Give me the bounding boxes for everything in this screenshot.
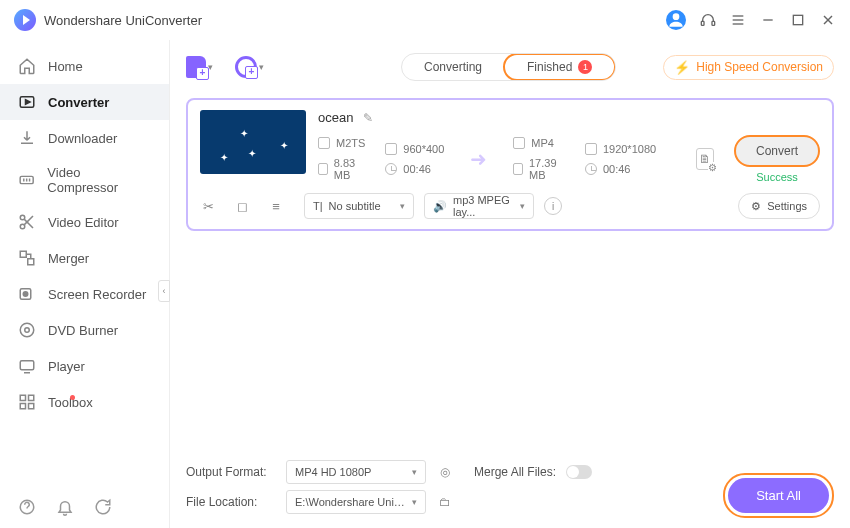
sidebar-item-toolbox[interactable]: Toolbox xyxy=(0,384,169,420)
sidebar-item-player[interactable]: Player xyxy=(0,348,169,384)
gear-icon: ⚙ xyxy=(751,200,761,213)
menu-icon[interactable] xyxy=(730,12,746,28)
svg-rect-18 xyxy=(28,259,34,265)
convert-button[interactable]: Convert xyxy=(734,135,820,167)
disc-icon xyxy=(18,321,36,339)
start-all-button[interactable]: Start All xyxy=(728,478,829,513)
svg-rect-23 xyxy=(20,361,34,370)
output-preset-button[interactable]: 🗎 xyxy=(696,148,714,170)
high-speed-button[interactable]: ⚡High Speed Conversion xyxy=(663,55,834,80)
edit-icon[interactable]: ✎ xyxy=(363,111,373,125)
high-speed-label: High Speed Conversion xyxy=(696,60,823,74)
info-icon[interactable]: i xyxy=(544,197,562,215)
output-format-dropdown[interactable]: MP4 HD 1080P▾ xyxy=(286,460,426,484)
help-icon[interactable] xyxy=(18,498,36,516)
sidebar-item-label: Downloader xyxy=(48,131,117,146)
disc-plus-icon xyxy=(235,56,257,78)
sidebar-item-dvd[interactable]: DVD Burner xyxy=(0,312,169,348)
headset-icon[interactable] xyxy=(700,12,716,28)
toolbar: ▾ ▾ Converting Finished1 ⚡High Speed Con… xyxy=(186,50,834,84)
sidebar-item-compressor[interactable]: Video Compressor xyxy=(0,156,169,204)
tab-label: Converting xyxy=(424,60,482,74)
file-location-dropdown[interactable]: E:\Wondershare UniConverter▾ xyxy=(286,490,426,514)
svg-rect-17 xyxy=(20,251,26,257)
notification-dot xyxy=(70,395,75,400)
open-folder-icon[interactable]: 🗀 xyxy=(436,493,454,511)
sidebar-item-label: Home xyxy=(48,59,83,74)
svg-rect-27 xyxy=(29,404,34,409)
tab-finished[interactable]: Finished1 xyxy=(503,53,616,81)
svg-rect-24 xyxy=(20,395,25,400)
sidebar: Home Converter Downloader Video Compress… xyxy=(0,40,170,528)
sidebar-item-label: DVD Burner xyxy=(48,323,118,338)
sidebar-item-converter[interactable]: Converter xyxy=(0,84,169,120)
minimize-icon[interactable] xyxy=(760,12,776,28)
src-dur: 00:46 xyxy=(403,163,431,175)
main-panel: ▾ ▾ Converting Finished1 ⚡High Speed Con… xyxy=(170,40,850,528)
output-format-label: Output Format: xyxy=(186,465,276,479)
sidebar-item-label: Video Editor xyxy=(48,215,119,230)
subtitle-dropdown[interactable]: T|No subtitle▾ xyxy=(304,193,414,219)
bell-icon[interactable] xyxy=(56,498,74,516)
sidebar-item-home[interactable]: Home xyxy=(0,48,169,84)
user-avatar-icon[interactable] xyxy=(666,10,686,30)
svg-rect-2 xyxy=(712,21,715,25)
settings-button[interactable]: ⚙Settings xyxy=(738,193,820,219)
tab-switcher: Converting Finished1 xyxy=(401,53,616,81)
clock-icon xyxy=(385,163,397,175)
file-card: ✦✦✦✦ ocean✎ M2TS 8.83 MB 960*400 00:46 ➜ xyxy=(186,98,834,231)
sidebar-item-label: Screen Recorder xyxy=(48,287,146,302)
gpu-icon[interactable]: ◎ xyxy=(436,463,454,481)
more-icon[interactable]: ≡ xyxy=(268,198,284,214)
feedback-icon[interactable] xyxy=(94,498,112,516)
sidebar-item-label: Merger xyxy=(48,251,89,266)
svg-rect-26 xyxy=(20,404,25,409)
dst-format: MP4 xyxy=(531,137,554,149)
maximize-icon[interactable] xyxy=(790,12,806,28)
svg-point-14 xyxy=(20,224,25,229)
sidebar-item-recorder[interactable]: Screen Recorder xyxy=(0,276,169,312)
app-title: Wondershare UniConverter xyxy=(44,13,666,28)
add-file-button[interactable]: ▾ xyxy=(186,56,213,78)
merge-toggle[interactable] xyxy=(566,465,592,479)
trim-icon[interactable]: ✂ xyxy=(200,198,216,214)
collapse-sidebar-button[interactable]: ‹ xyxy=(158,280,170,302)
audio-dropdown[interactable]: 🔊mp3 MPEG lay...▾ xyxy=(424,193,534,219)
svg-point-21 xyxy=(20,323,34,337)
count-badge: 1 xyxy=(578,60,592,74)
settings-label: Settings xyxy=(767,200,807,212)
file-location-label: File Location: xyxy=(186,495,276,509)
add-disc-button[interactable]: ▾ xyxy=(235,56,264,78)
svg-rect-1 xyxy=(701,21,704,25)
resolution-icon xyxy=(585,143,597,155)
converter-icon xyxy=(18,93,36,111)
compressor-icon xyxy=(18,171,35,189)
dst-size: 17.39 MB xyxy=(529,157,565,181)
recorder-icon xyxy=(18,285,36,303)
file-name: ocean xyxy=(318,110,353,125)
sidebar-item-label: Converter xyxy=(48,95,109,110)
player-icon xyxy=(18,357,36,375)
src-res: 960*400 xyxy=(403,143,444,155)
video-thumbnail[interactable]: ✦✦✦✦ xyxy=(200,110,306,174)
svg-point-20 xyxy=(23,292,28,297)
crop-icon[interactable]: ◻ xyxy=(234,198,250,214)
sidebar-item-label: Video Compressor xyxy=(47,165,151,195)
svg-rect-25 xyxy=(29,395,34,400)
status-text: Success xyxy=(756,171,798,183)
close-icon[interactable] xyxy=(820,12,836,28)
scissors-icon xyxy=(18,213,36,231)
sidebar-item-label: Player xyxy=(48,359,85,374)
svg-point-0 xyxy=(673,13,680,20)
file-location-value: E:\Wondershare UniConverter xyxy=(295,496,412,508)
src-size: 8.83 MB xyxy=(334,157,366,181)
tab-converting[interactable]: Converting xyxy=(402,54,504,80)
resolution-icon xyxy=(385,143,397,155)
sidebar-item-editor[interactable]: Video Editor xyxy=(0,204,169,240)
sidebar-item-downloader[interactable]: Downloader xyxy=(0,120,169,156)
start-all-highlight: Start All xyxy=(723,473,834,518)
merger-icon xyxy=(18,249,36,267)
output-format-value: MP4 HD 1080P xyxy=(295,466,371,478)
svg-point-13 xyxy=(20,215,25,220)
sidebar-item-merger[interactable]: Merger xyxy=(0,240,169,276)
